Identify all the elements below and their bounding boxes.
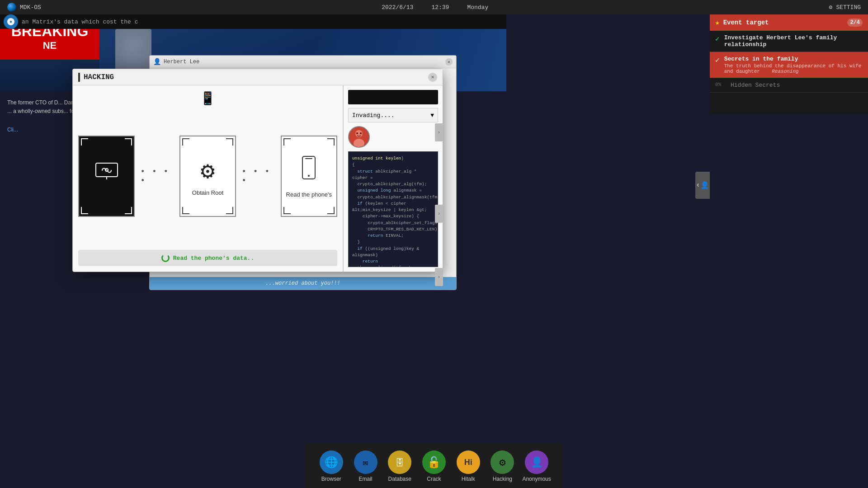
chat-footer-text: ...worried about you!!! [265, 280, 340, 286]
dock-item-hitalk[interactable]: Hi Hitalk [453, 450, 484, 482]
dock-item-hacking[interactable]: ⚙ Hacking [486, 450, 518, 482]
chat-close-button[interactable]: ✕ [445, 58, 453, 66]
event-pct-hidden: 0% [715, 82, 729, 87]
taskbar-day: Monday [467, 4, 488, 11]
dots-separator-2: • • • • [241, 167, 275, 185]
taskbar: MDK-OS 2022/6/13 12:39 Monday ⚙ SETTING [0, 0, 868, 14]
browser-icon: 🌐 [320, 450, 343, 474]
dock-item-browser[interactable]: 🌐 Browser [316, 450, 347, 482]
ne-text: NE [43, 40, 57, 52]
bottom-dock: 🌐 Browser ✉ Email 🗄 Database 🔓 Crack Hi … [305, 443, 563, 488]
event-target-title: Event target [723, 19, 769, 26]
dropdown-arrow: ▼ [430, 112, 434, 119]
modal-cards-row: • • • • ⚙ Obtain Root • • • • [78, 110, 337, 243]
collapse-card-icon: 👤 [700, 181, 709, 190]
browser-label: Browser [321, 476, 341, 482]
event-title-hidden: Hidden Secrets [731, 82, 780, 89]
invading-label: Invading.... [352, 112, 395, 119]
anonymous-label: Anonymous [522, 476, 551, 482]
modal-scroll-down[interactable]: › [435, 205, 443, 223]
modal-progress-bar: Read the phone's data.. [78, 250, 337, 266]
dots-separator-1: • • • • [140, 167, 174, 185]
modal-titlebar: HACKING ✕ [73, 69, 443, 85]
collapse-icon: ‹ [696, 181, 700, 189]
modal-body: 📱 [73, 85, 443, 272]
hacking-label: Hacking [493, 476, 512, 482]
dock-item-email[interactable]: ✉ Email [350, 450, 382, 482]
hacking-card-link[interactable] [78, 136, 135, 217]
modal-title-bar-icon [78, 73, 80, 82]
os-logo[interactable] [7, 3, 16, 12]
hacking-modal: HACKING ✕ 📱 [72, 69, 443, 272]
chat-titlebar: 👤 Herbert Lee ✕ [150, 56, 456, 68]
event-target-header: ★ Event target 2/4 [710, 14, 868, 31]
taskbar-left: MDK-OS [7, 3, 41, 12]
modal-close-button[interactable]: ✕ [428, 73, 437, 82]
collapse-panel-button[interactable]: ‹ 👤 [695, 172, 710, 199]
modal-title: HACKING [84, 73, 114, 81]
event-title-secrets: Secrets in the family [724, 56, 863, 62]
crack-label: Crack [427, 476, 441, 482]
modal-phone-icon: 📱 [200, 91, 216, 106]
taskbar-time: 12:39 [431, 4, 449, 11]
dock-item-anonymous[interactable]: 👤 Anonymous [521, 450, 552, 482]
svg-point-9 [360, 132, 362, 134]
modal-scroll-mid[interactable]: › [435, 268, 443, 286]
event-title-investigate: Investigate Herbert Lee's family relatio… [724, 34, 863, 48]
chat-person-icon: 👤 [153, 58, 161, 66]
taskbar-date: 2022/6/13 [382, 4, 413, 11]
check-icon-secrets: ✓ [715, 56, 720, 65]
code-block: unsigned int keylen) { struct ablkcipher… [348, 151, 438, 267]
card1-icon [94, 159, 119, 190]
avatar-row [348, 126, 438, 148]
modal-right-panel: Invading.... ▼ unsig [343, 85, 443, 272]
email-label: Email [359, 476, 373, 482]
os-name: MDK-OS [20, 4, 41, 11]
hacking-card-root[interactable]: ⚙ Obtain Root [179, 136, 236, 217]
hacking-card-phone[interactable]: Read the phone's [281, 136, 337, 217]
settings-icon: ⚙ [829, 4, 833, 11]
email-icon: ✉ [354, 450, 377, 474]
ticker: ● an Matrix's data which cost the c [0, 14, 506, 29]
anonymous-icon: 👤 [525, 450, 548, 474]
progress-spinner [161, 254, 170, 262]
card3-label: Read the phone's [286, 191, 332, 198]
news-click-label[interactable]: Cli... [7, 127, 18, 133]
crack-icon: 🔓 [422, 450, 446, 474]
event-item-investigate[interactable]: ✓ Investigate Herbert Lee's family relat… [710, 31, 868, 52]
event-item-hidden[interactable]: 0% Hidden Secrets [710, 78, 868, 93]
card3-icon [296, 155, 321, 188]
progress-text: Read the phone's data.. [173, 255, 254, 262]
modal-scroll-up[interactable]: › [435, 123, 443, 141]
dock-item-crack[interactable]: 🔓 Crack [418, 450, 450, 482]
card2-label: Obtain Root [192, 189, 223, 196]
svg-point-4 [308, 175, 310, 177]
invading-bar [348, 90, 438, 104]
taskbar-right: ⚙ SETTING [829, 4, 861, 11]
dock-item-database[interactable]: 🗄 Database [384, 450, 415, 482]
ticker-icon: ● [4, 14, 18, 29]
chat-title: Herbert Lee [164, 59, 199, 65]
modal-left-panel: 📱 [73, 85, 343, 272]
hacking-icon: ⚙ [491, 450, 514, 474]
card2-icon: ⚙ [201, 157, 215, 186]
invading-dropdown[interactable]: Invading.... ▼ [348, 108, 438, 122]
settings-label[interactable]: SETTING [836, 4, 861, 11]
database-label: Database [388, 476, 411, 482]
svg-rect-3 [305, 158, 312, 159]
check-icon-investigate: ✓ [715, 34, 720, 43]
hitalk-label: Hitalk [462, 476, 475, 482]
avatar-image [348, 126, 370, 148]
event-item-secrets[interactable]: ✓ Secrets in the family The truth behind… [710, 52, 868, 78]
ticker-text: an Matrix's data which cost the c [22, 19, 138, 25]
taskbar-center: 2022/6/13 12:39 Monday [382, 4, 488, 11]
svg-text:🗄: 🗄 [395, 458, 404, 469]
event-target-panel: ★ Event target 2/4 ✓ Investigate Herbert… [710, 14, 868, 114]
hitalk-icon: Hi [457, 450, 480, 474]
event-sub-secrets: The truth behind the disappearance of hi… [724, 63, 863, 74]
event-target-badge: 2/4 [847, 19, 863, 27]
star-icon: ★ [715, 18, 720, 27]
svg-point-8 [356, 132, 358, 134]
chat-footer-bar: ...worried about you!!! [150, 277, 456, 290]
database-icon: 🗄 [388, 450, 411, 474]
